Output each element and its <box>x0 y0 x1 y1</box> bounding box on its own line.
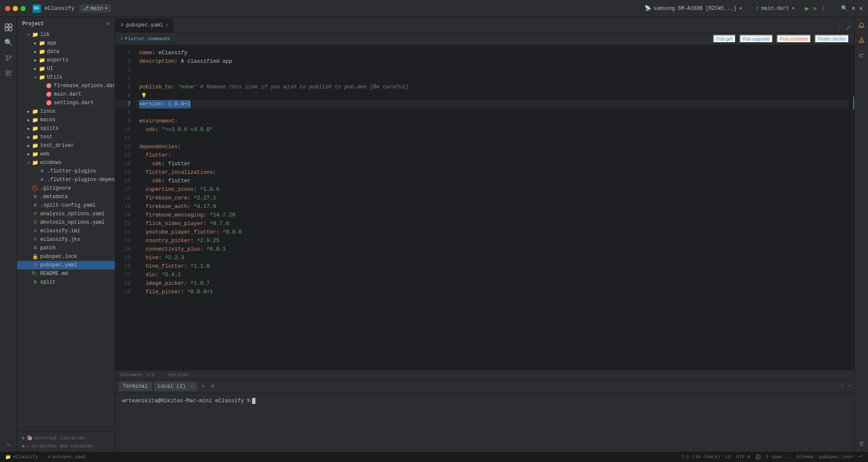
device-selector[interactable]: 📡 samsung SM-A168B [RZCW1...] ▾ <box>645 5 742 12</box>
add-terminal-button[interactable]: + <box>199 382 208 391</box>
tree-label: linux <box>40 108 56 114</box>
run-button[interactable]: ▶ <box>805 4 809 13</box>
scratches-consoles-label: Scratches and Consoles <box>31 444 93 449</box>
tree-item-pubspec-lock[interactable]: ▶ 🔒 pubspec.lock <box>17 252 115 261</box>
expand-arrow-icon: ▶ <box>22 443 25 449</box>
terminal-content[interactable]: wrteanikita@Nikitas-Mac-mini eClassify % <box>115 393 854 452</box>
minimize-button[interactable] <box>13 6 18 11</box>
pub-outdated-button[interactable]: Pub outdated <box>777 35 811 43</box>
terminal-minimize-icon[interactable]: — <box>848 383 851 389</box>
tab-pubspec-yaml[interactable]: ≡ pubspec.yaml ✕ <box>115 18 173 32</box>
sidebar-tree: ▾ 📁 lib ▶ 📁 app ▶ 📁 data ▶ 📁 exports ▶ <box>17 30 115 432</box>
search-icon[interactable]: 🔍 <box>841 5 847 12</box>
tree-label: test_driver <box>40 143 74 149</box>
schema-info[interactable]: Schema: pubspec.json <box>796 454 853 459</box>
breadcrumb-file[interactable]: ≡ pubspec.yaml <box>48 454 86 459</box>
tree-label: app <box>47 40 56 46</box>
find-icon[interactable]: 🔍 <box>2 36 15 50</box>
code-line-13: flutter: <box>136 151 848 160</box>
tree-label: firebase_options.dart <box>54 83 115 89</box>
tree-item-app[interactable]: ▶ 📁 app <box>17 39 115 47</box>
tree-item-eclassify-iml[interactable]: ▶ ≡ eclassify.iml <box>17 227 115 235</box>
code-content[interactable]: name: eClassify description: A classifie… <box>136 45 848 370</box>
close-icon[interactable]: ✕ <box>859 5 863 12</box>
settings-icon[interactable]: ⚙ <box>852 5 855 12</box>
run-target-name: main.dart <box>761 6 789 12</box>
editor-scrollbar[interactable] <box>848 45 854 370</box>
tree-item-split-config[interactable]: ▶ ≡ .split-config.yaml <box>17 201 115 210</box>
pub-get-button[interactable]: Pub get <box>713 35 736 43</box>
maximize-button[interactable] <box>21 6 26 11</box>
tree-item-firebase-options[interactable]: ▶ 🎯 firebase_options.dart <box>17 82 115 90</box>
more-options-icon[interactable]: ⋮ <box>836 23 842 32</box>
notifications-icon[interactable] <box>856 20 867 31</box>
breadcrumb-separator: › <box>41 454 44 459</box>
diff-icon[interactable] <box>856 50 867 61</box>
encoding[interactable]: UTF-8 <box>736 454 751 459</box>
sidebar-options-icon[interactable]: ⚙ <box>107 20 110 27</box>
tree-item-pubspec-yaml[interactable]: ▶ ≡ pubspec.yaml <box>17 261 115 269</box>
line-number: 13 <box>115 151 131 160</box>
cursor-position[interactable]: 7:1 (16 chars) <box>681 454 720 459</box>
code-line-22: youtube_player_flutter: ^9.0.0 <box>136 228 848 237</box>
more-tools-icon[interactable]: ⋯ <box>2 438 15 452</box>
line-number: 11 <box>115 134 131 143</box>
tree-item-exports[interactable]: ▶ 📁 exports <box>17 56 115 64</box>
line-ending[interactable]: LF <box>725 454 731 459</box>
expand-arrow-icon: ▾ <box>32 74 38 80</box>
breadcrumb-project[interactable]: 📁 eClassify <box>5 454 38 460</box>
tree-item-linux[interactable]: ▶ 📁 linux <box>17 107 115 116</box>
tree-item-settings-dart[interactable]: ▶ 🎯 settings.dart <box>17 99 115 107</box>
tree-item-windows[interactable]: ▾ 📁 windows <box>17 158 115 167</box>
tree-item-main-dart[interactable]: ▶ 🎯 main.dart <box>17 90 115 99</box>
tree-item-gitignore[interactable]: ▶ 🚫 .gitignore <box>17 184 115 193</box>
tab-terminal[interactable]: Terminal <box>119 382 152 391</box>
refresh-icon[interactable]: ↻ <box>813 5 816 12</box>
indent-setting[interactable]: 2 spac... <box>766 454 791 459</box>
tree-item-splits[interactable]: ▶ 📁 splits <box>17 124 115 133</box>
tab-close-button[interactable]: ✕ <box>166 23 168 28</box>
terminal-more-icon[interactable]: ⋮ <box>839 383 845 389</box>
code-editor[interactable]: 1 2 3 4 5 6 7 8 9 10 11 12 13 14 15 16 1 <box>115 45 854 370</box>
terminal-split-icon[interactable]: ⊞ <box>209 382 216 390</box>
column-guide-icon[interactable] <box>756 454 761 459</box>
tree-label: settings.dart <box>54 100 94 106</box>
tree-item-utils[interactable]: ▾ 📁 Utils <box>17 73 115 82</box>
tree-item-devtools-options[interactable]: ▶ ≡ devtools_options.yaml <box>17 218 115 227</box>
project-view-icon[interactable] <box>2 20 15 34</box>
device-icon: 📡 <box>645 5 651 12</box>
close-button[interactable] <box>5 6 10 11</box>
tree-item-patch[interactable]: ▶ ≡ patch <box>17 244 115 252</box>
tree-item-data[interactable]: ▶ 📁 data <box>17 47 115 56</box>
git-icon[interactable] <box>2 51 15 65</box>
problems-icon[interactable] <box>856 35 867 45</box>
tree-item-macos[interactable]: ▶ 📁 macos <box>17 116 115 124</box>
tree-item-test-driver[interactable]: ▶ 📁 test_driver <box>17 141 115 150</box>
more-options-icon[interactable]: ⋮ <box>821 5 826 12</box>
expand-icon[interactable]: ⤢ <box>846 24 851 32</box>
branch-selector[interactable]: ⎇ main ▾ <box>79 4 111 12</box>
tree-label: test <box>40 134 53 140</box>
tree-item-analysis-options[interactable]: ▶ ≡ analysis_options.yaml <box>17 210 115 218</box>
tree-item-ui[interactable]: ▶ 📁 UI <box>17 64 115 73</box>
scratches-consoles-item[interactable]: ▶ ✏️ Scratches and Consoles <box>21 442 111 450</box>
tree-item-web[interactable]: ▶ 📁 web <box>17 150 115 158</box>
tree-item-flutter-plugins-dep[interactable]: ▶ ≡ .flutter-plugins-dependencies <box>17 175 115 184</box>
tree-item-metadata[interactable]: ▶ ≡ .metadata <box>17 193 115 201</box>
tree-item-readme[interactable]: ▶ M↓ README.md <box>17 269 115 278</box>
folder-icon: 📁 <box>38 65 45 72</box>
terminal-tab-close-icon[interactable]: ✕ <box>191 384 193 389</box>
tree-item-lib[interactable]: ▾ 📁 lib <box>17 30 115 39</box>
file-icon: ≡ <box>38 176 45 183</box>
tree-item-flutter-plugins[interactable]: ▶ ≡ .flutter-plugins <box>17 167 115 175</box>
lock-file-icon: 🔒 <box>32 253 38 260</box>
pub-upgrade-button[interactable]: Pub upgrade <box>739 35 773 43</box>
tree-item-test[interactable]: ▶ 📁 test <box>17 133 115 141</box>
tab-local-2[interactable]: Local (2) ✕ <box>154 382 197 391</box>
flutter-doctor-button[interactable]: Flutter doctor <box>815 35 849 43</box>
tree-item-eclassify-jks[interactable]: ▶ ≡ eclassify.jks <box>17 235 115 244</box>
plugins-icon[interactable] <box>2 67 15 80</box>
share-icon[interactable] <box>858 454 863 459</box>
external-libraries-item[interactable]: ▶ 📚 External Libraries <box>21 434 111 442</box>
tree-item-split[interactable]: ▶ ≡ split <box>17 278 115 287</box>
